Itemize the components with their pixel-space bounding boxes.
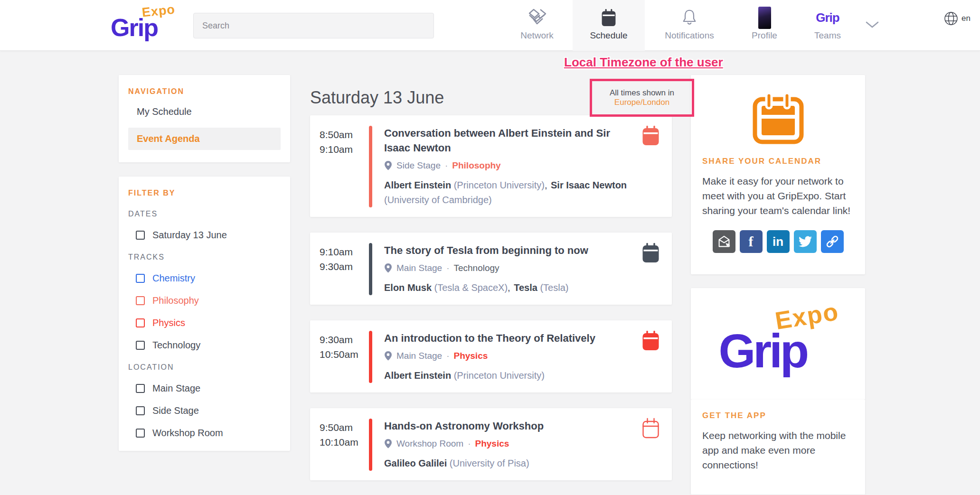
event-card[interactable]: 9:30am 10:50am An introduction to the Th… (310, 320, 672, 392)
speaker-name[interactable]: Albert Einstein (384, 370, 451, 381)
checkbox-label: Main Stage (152, 383, 200, 394)
checkbox[interactable] (136, 341, 145, 350)
speaker-org: (Tesla) (540, 282, 568, 293)
event-location: Main Stage (396, 351, 442, 361)
checkbox[interactable] (136, 406, 145, 415)
filter-dates-title: DATES (128, 210, 281, 218)
checkbox-label: Saturday 13 June (152, 230, 227, 241)
nav-label: Network (520, 30, 554, 41)
event-card[interactable]: 9:10am 9:30am The story of Tesla from be… (310, 233, 672, 305)
event-card[interactable]: 9:50am 10:10am Hands-on Astronomy Worksh… (310, 408, 672, 480)
event-start-time: 9:30am (320, 332, 369, 347)
language-label: en (961, 14, 971, 23)
location-pin-icon (384, 160, 392, 171)
language-switcher[interactable]: en (944, 11, 971, 26)
checkbox[interactable] (136, 274, 145, 283)
location-pin-icon (384, 263, 392, 273)
speaker-name[interactable]: Elon Musk (384, 282, 432, 293)
speaker-name[interactable]: Albert Einstein (384, 180, 451, 190)
checkbox-label: Workshop Room (152, 428, 223, 439)
checkbox[interactable] (136, 318, 145, 327)
checkbox[interactable] (136, 296, 145, 305)
event-speakers: Albert Einstein (Princeton University) (384, 368, 632, 383)
timezone-note: All times shown in Europe/London (590, 79, 694, 117)
meta-separator: · (445, 160, 448, 171)
event-speakers: Albert Einstein (Princeton University), … (384, 178, 632, 207)
speaker-org: (Princeton University) (454, 370, 545, 381)
navigation-panel: NAVIGATION My Schedule Event Agenda (119, 75, 290, 162)
globe-icon (944, 11, 958, 26)
top-bar: Grip Expo Network Schedule (0, 0, 980, 51)
speaker-name[interactable]: Tesla (514, 282, 537, 293)
grip-expo-logo[interactable]: Grip Expo (111, 5, 187, 47)
event-track[interactable]: Philosophy (452, 160, 500, 171)
meta-separator: · (446, 263, 449, 273)
filter-option-saturday-13-june[interactable]: Saturday 13 June (136, 230, 281, 241)
event-title: An introduction to the Theory of Relativ… (384, 331, 632, 346)
nav-label: Schedule (590, 30, 627, 41)
event-start-time: 9:10am (320, 244, 369, 259)
get-the-app-title: GET THE APP (702, 411, 854, 420)
left-sidebar: NAVIGATION My Schedule Event Agenda FILT… (119, 75, 290, 465)
add-to-calendar-icon[interactable] (641, 330, 660, 351)
share-calendar-card: SHARE YOUR CALENDAR Make it easy for you… (691, 75, 865, 274)
add-to-calendar-icon[interactable] (641, 418, 660, 439)
share-calendar-text: Make it easy for your network to meet wi… (702, 174, 854, 218)
filter-option-technology[interactable]: Technology (136, 340, 281, 351)
event-track[interactable]: Technology (453, 263, 499, 273)
filter-option-main-stage[interactable]: Main Stage (136, 383, 281, 394)
speaker-name[interactable]: Galileo Galilei (384, 458, 447, 468)
grip-teams-icon: Grip (816, 10, 839, 25)
event-location: Main Stage (396, 263, 442, 273)
speaker-org: (University of Cambridge) (384, 195, 492, 205)
checkbox-label: Philosophy (152, 295, 199, 306)
grip-expo-logo-large: Grip Expo (719, 308, 838, 380)
location-pin-icon (384, 439, 392, 449)
nav-item-profile[interactable]: Profile (729, 0, 800, 51)
checkbox[interactable] (136, 384, 145, 393)
chevron-down-icon[interactable] (865, 21, 879, 28)
timezone-note-line1: All times shown in (610, 88, 674, 98)
share-linkedin-icon[interactable]: in (767, 230, 790, 253)
share-twitter-icon[interactable] (794, 230, 817, 253)
add-to-calendar-icon[interactable] (641, 242, 660, 263)
filter-title: FILTER BY (128, 189, 281, 197)
share-link-icon[interactable] (821, 230, 844, 253)
navigation-title: NAVIGATION (128, 87, 281, 96)
filter-option-chemistry[interactable]: Chemistry (136, 273, 281, 284)
sidebar-item-event-agenda[interactable]: Event Agenda (128, 128, 281, 150)
filter-option-physics[interactable]: Physics (136, 318, 281, 328)
checkbox[interactable] (136, 429, 145, 438)
nav-item-schedule[interactable]: Schedule (573, 0, 645, 51)
event-location: Workshop Room (396, 439, 463, 449)
share-email-icon[interactable] (713, 230, 735, 253)
share-facebook-icon[interactable]: f (740, 230, 763, 253)
nav-label: Teams (814, 30, 841, 41)
filter-panel: FILTER BY DATES Saturday 13 June TRACKS … (119, 177, 290, 451)
add-to-calendar-icon[interactable] (641, 125, 660, 146)
event-end-time: 10:50am (320, 347, 369, 362)
sidebar-item-my-schedule[interactable]: My Schedule (128, 101, 281, 123)
checkbox-label: Chemistry (152, 273, 195, 284)
filter-option-workshop-room[interactable]: Workshop Room (136, 428, 281, 439)
event-end-time: 9:30am (320, 259, 369, 274)
event-track[interactable]: Physics (475, 439, 509, 449)
event-track[interactable]: Physics (453, 351, 488, 361)
event-accent-bar (369, 243, 372, 295)
filter-option-side-stage[interactable]: Side Stage (136, 405, 281, 416)
event-location: Side Stage (396, 160, 441, 171)
nav-item-notifications[interactable]: Notifications (654, 0, 725, 51)
nav-item-network[interactable]: Network (501, 0, 573, 51)
event-speakers: Elon Musk (Tesla & SpaceX), Tesla (Tesla… (384, 280, 632, 295)
event-card[interactable]: 8:50am 9:10am Conversation between Alber… (310, 115, 672, 217)
search-input[interactable] (193, 13, 434, 38)
filter-option-philosophy[interactable]: Philosophy (136, 295, 281, 306)
social-share-row: f in (702, 230, 854, 253)
event-end-time: 10:10am (320, 435, 369, 449)
speaker-name[interactable]: Sir Isaac Newton (551, 180, 627, 190)
checkbox[interactable] (136, 231, 145, 240)
event-start-time: 9:50am (320, 420, 369, 435)
meta-separator: · (446, 351, 449, 361)
schedule-main: Saturday 13 June 8:50am 9:10am Conversat… (310, 55, 672, 495)
nav-item-teams[interactable]: Grip Teams (792, 0, 863, 51)
